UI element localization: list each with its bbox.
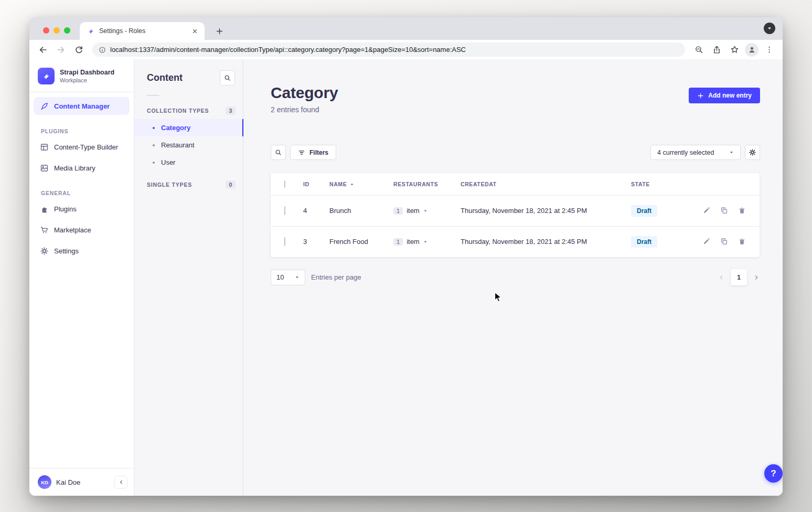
tab-search-icon[interactable] bbox=[764, 23, 775, 34]
chevron-down-icon[interactable] bbox=[423, 240, 428, 244]
tab-strip: Settings - Roles bbox=[29, 17, 783, 40]
add-new-entry-button[interactable]: Add new entry bbox=[689, 88, 760, 103]
bookmark-star-icon[interactable] bbox=[727, 42, 742, 57]
browser-tab[interactable]: Settings - Roles bbox=[80, 22, 205, 40]
sidebar-item-marketplace[interactable]: Marketplace bbox=[34, 221, 130, 239]
forward-icon[interactable] bbox=[54, 42, 68, 57]
sidebar-item-label: Media Library bbox=[54, 164, 95, 172]
page-size-value: 10 bbox=[276, 273, 284, 281]
relation-count-badge: 1 bbox=[393, 207, 403, 215]
media-library-icon bbox=[40, 164, 49, 173]
user-avatar[interactable]: KD bbox=[38, 475, 51, 489]
subnav-search-button[interactable] bbox=[220, 70, 235, 86]
page-title: Category bbox=[271, 84, 338, 102]
reload-icon[interactable] bbox=[71, 42, 86, 57]
main-sidebar: Strapi Dashboard Workplace Content Manag… bbox=[29, 59, 134, 496]
chevron-down-icon bbox=[729, 150, 734, 155]
minimize-window-icon[interactable] bbox=[54, 27, 60, 34]
edit-icon[interactable] bbox=[702, 207, 710, 215]
user-name: Kai Doe bbox=[56, 478, 80, 486]
cell-createdat: Thursday, November 18, 2021 at 2:45 PM bbox=[454, 195, 625, 226]
sidebar-item-label: Marketplace bbox=[54, 226, 91, 234]
column-header-name-label: NAME bbox=[329, 181, 347, 187]
sidebar-item-content-type-builder[interactable]: Content-Type Builder bbox=[34, 138, 130, 156]
content-subnav: Content COLLECTION TYPES 3 Category Rest… bbox=[134, 59, 243, 496]
back-icon[interactable] bbox=[36, 42, 50, 57]
delete-icon[interactable] bbox=[738, 207, 746, 215]
table-row[interactable]: 4 Brunch 1 item bbox=[271, 195, 760, 226]
browser-window: Settings - Roles localhost:1337/admin/co… bbox=[29, 17, 783, 496]
app-title: Strapi Dashboard bbox=[60, 69, 114, 77]
browser-menu-icon[interactable] bbox=[762, 42, 776, 57]
subnav-divider bbox=[147, 95, 159, 96]
next-page-icon[interactable] bbox=[753, 274, 760, 281]
subnav-item-label: Category bbox=[161, 124, 190, 132]
chevron-down-icon[interactable] bbox=[423, 209, 428, 213]
entries-count: 2 entries found bbox=[271, 105, 338, 114]
previous-page-icon[interactable] bbox=[718, 274, 724, 281]
site-info-icon[interactable] bbox=[99, 46, 106, 54]
content-type-builder-icon bbox=[40, 143, 49, 152]
sort-asc-icon bbox=[350, 182, 354, 186]
table-search-button[interactable] bbox=[271, 145, 286, 160]
column-header-state[interactable]: STATE bbox=[625, 173, 686, 195]
add-new-entry-label: Add new entry bbox=[708, 92, 752, 99]
sidebar-item-content-manager[interactable]: Content Manager bbox=[34, 97, 130, 115]
cell-name: Brunch bbox=[323, 195, 387, 226]
page-size-select[interactable]: 10 bbox=[271, 270, 305, 285]
main-content: Category 2 entries found Add new entry F… bbox=[243, 59, 783, 496]
subnav-title: Content bbox=[147, 72, 183, 83]
select-all-checkbox[interactable] bbox=[284, 180, 285, 188]
column-header-name[interactable]: NAME bbox=[323, 173, 387, 195]
status-badge: Draft bbox=[631, 205, 657, 217]
subnav-item-user[interactable]: User bbox=[134, 154, 243, 171]
duplicate-icon[interactable] bbox=[720, 238, 728, 246]
edit-icon[interactable] bbox=[702, 238, 710, 246]
current-page-button[interactable]: 1 bbox=[731, 269, 747, 285]
table-row[interactable]: 3 French Food 1 item bbox=[271, 226, 760, 257]
new-tab-icon[interactable] bbox=[212, 24, 227, 38]
settings-gear-icon bbox=[40, 247, 49, 255]
duplicate-icon[interactable] bbox=[720, 207, 728, 215]
subnav-item-label: Restaurant bbox=[161, 141, 195, 149]
profile-icon[interactable] bbox=[745, 43, 758, 57]
column-header-createdat[interactable]: CREATEDAT bbox=[454, 173, 625, 195]
browser-toolbar: localhost:1337/admin/content-manager/col… bbox=[29, 40, 783, 59]
plus-icon bbox=[697, 92, 704, 99]
subnav-item-label: User bbox=[161, 158, 175, 166]
share-icon[interactable] bbox=[709, 42, 724, 57]
row-checkbox[interactable] bbox=[284, 206, 285, 215]
traffic-lights bbox=[43, 27, 70, 34]
workspace-switcher[interactable]: Strapi Dashboard Workplace bbox=[29, 59, 134, 92]
subnav-item-restaurant[interactable]: Restaurant bbox=[134, 136, 243, 154]
relation-cell[interactable]: 1 item bbox=[393, 207, 454, 215]
tab-close-icon[interactable] bbox=[190, 26, 199, 36]
fields-select[interactable]: 4 currently selected bbox=[650, 145, 741, 160]
column-header-restaurants[interactable]: RESTAURANTS bbox=[387, 173, 454, 195]
relation-label: item bbox=[407, 238, 420, 246]
entries-per-page-label: Entries per page bbox=[311, 273, 361, 281]
sidebar-item-media-library[interactable]: Media Library bbox=[34, 159, 130, 177]
status-badge: Draft bbox=[631, 236, 657, 248]
strapi-logo bbox=[38, 68, 55, 84]
sidebar-item-settings[interactable]: Settings bbox=[34, 242, 130, 260]
relation-cell[interactable]: 1 item bbox=[393, 238, 454, 246]
strapi-app: Strapi Dashboard Workplace Content Manag… bbox=[29, 59, 783, 496]
url-text: localhost:1337/admin/content-manager/col… bbox=[110, 46, 466, 54]
zoom-out-icon[interactable] bbox=[691, 42, 706, 57]
cell-createdat: Thursday, November 18, 2021 at 2:45 PM bbox=[454, 226, 625, 257]
row-checkbox[interactable] bbox=[284, 237, 285, 246]
help-button[interactable]: ? bbox=[764, 464, 783, 483]
fields-select-value: 4 currently selected bbox=[657, 149, 714, 156]
table-settings-button[interactable] bbox=[745, 145, 760, 160]
zoom-window-icon[interactable] bbox=[64, 27, 70, 34]
single-types-label: SINGLE TYPES bbox=[147, 182, 192, 188]
column-header-id[interactable]: ID bbox=[297, 173, 323, 195]
subnav-item-category[interactable]: Category bbox=[134, 119, 243, 136]
close-window-icon[interactable] bbox=[43, 27, 49, 34]
filters-button[interactable]: Filters bbox=[290, 145, 336, 160]
sidebar-item-plugins[interactable]: Plugins bbox=[34, 200, 130, 218]
address-bar[interactable]: localhost:1337/admin/content-manager/col… bbox=[92, 42, 685, 57]
collapse-sidebar-button[interactable] bbox=[114, 476, 127, 489]
delete-icon[interactable] bbox=[738, 238, 746, 246]
